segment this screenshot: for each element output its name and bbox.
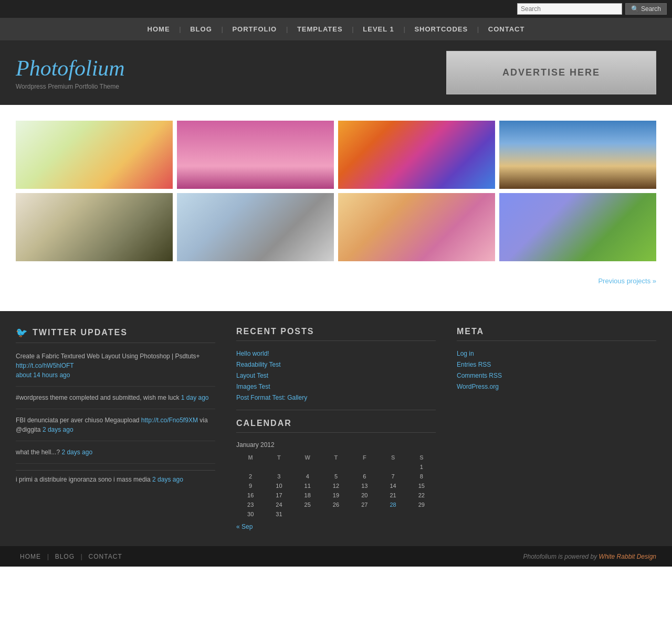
cal-row-3: 9101112131415	[236, 481, 436, 491]
tweet-3-text: FBI denunciata per aver chiuso Megauploa…	[16, 417, 141, 424]
site-header: Photofolium Wordpress Premium Portfolio …	[0, 40, 672, 105]
cal-cell: 27	[350, 500, 379, 509]
cal-cell: 2	[236, 472, 265, 481]
cal-row-4: 16171819202122	[236, 491, 436, 500]
gallery-item-dahlia[interactable]	[16, 121, 173, 189]
search-button[interactable]: 🔍 Search	[625, 3, 667, 15]
search-icon: 🔍	[631, 5, 639, 13]
footer-nav-blog[interactable]: BLOG	[51, 553, 79, 560]
meta-list: Log in Entries RSS Comments RSS WordPres…	[457, 349, 656, 390]
nav-contact[interactable]: CONTACT	[481, 25, 532, 33]
post-item-4: Images Test	[236, 382, 436, 390]
post-link-3[interactable]: Layout Test	[236, 372, 268, 379]
twitter-title-text: TWITTER UPDATES	[33, 328, 128, 337]
meta-link-comments[interactable]: Comments RSS	[457, 372, 502, 379]
calendar-prev-link[interactable]: « Sep	[236, 523, 253, 530]
post-link-2[interactable]: Readability Test	[236, 361, 281, 368]
cal-cell: 21	[379, 491, 407, 500]
nav-portfolio[interactable]: PORTFOLIO	[225, 25, 284, 33]
cal-cell: 10	[265, 481, 293, 491]
nav-home[interactable]: HOME	[140, 25, 177, 33]
gallery-item-glass[interactable]	[177, 121, 334, 189]
bottom-footer: HOME | BLOG | CONTACT Photofolium is pow…	[0, 546, 672, 567]
footer-sep-1: |	[47, 552, 51, 560]
cal-cell: 22	[407, 491, 436, 500]
twitter-icon: 🐦	[16, 327, 28, 338]
cal-cell: 30	[236, 509, 265, 519]
cal-cell	[407, 509, 436, 519]
tweet-1: Create a Fabric Textured Web Layout Usin…	[16, 351, 215, 387]
post-item-3: Layout Test	[236, 371, 436, 379]
cal-header-w: W	[293, 453, 322, 462]
gallery-item-bird[interactable]	[177, 193, 334, 261]
posts-calendar-sep	[236, 410, 436, 410]
post-link-5[interactable]: Post Format Test: Gallery	[236, 394, 307, 401]
cal-cell: 8	[407, 472, 436, 481]
cal-cell	[293, 509, 322, 519]
nav-shortcodes[interactable]: SHORTCODES	[407, 25, 475, 33]
cal-cell: 25	[293, 500, 322, 509]
gallery-item-insect[interactable]	[16, 193, 173, 261]
meta-title-text: META	[457, 327, 484, 336]
meta-link-entries[interactable]: Entries RSS	[457, 361, 491, 368]
calendar-nav: « Sep	[236, 523, 436, 530]
tweet-4-time: 2 days ago	[61, 449, 92, 456]
logo: Photofolium	[16, 56, 125, 81]
tweet-1-link[interactable]: http://t.co/hW5hlOFT	[16, 362, 74, 369]
footer-nav-contact[interactable]: CONTACT	[85, 553, 127, 560]
cal-header-f: F	[350, 453, 379, 462]
prev-projects-link[interactable]: Previous projects »	[598, 277, 656, 285]
nav-blog[interactable]: BLOG	[183, 25, 219, 33]
calendar-title: CALENDAR	[236, 419, 436, 433]
gallery-image-glass	[177, 121, 334, 189]
cal-cell	[265, 462, 293, 472]
meta-title: META	[457, 327, 656, 341]
cal-header-s2: S	[407, 453, 436, 462]
cal-cell: 15	[407, 481, 436, 491]
cal-cell: 11	[293, 481, 322, 491]
gallery-image-insect	[16, 193, 173, 261]
tweet-3: FBI denunciata per aver chiuso Megauploa…	[16, 415, 215, 441]
gallery-image-cupcake	[338, 193, 495, 261]
cal-cell	[293, 462, 322, 472]
gallery-image-dahlia	[16, 121, 173, 189]
powered-link[interactable]: White Rabbit Design	[599, 553, 656, 560]
cal-row-6: 3031	[236, 509, 436, 519]
gallery-image-straws	[338, 121, 495, 189]
tweet-3-link[interactable]: http://t.co/Fno5f9XM	[141, 417, 198, 424]
cal-cell: 28	[379, 500, 407, 509]
cal-cell: 5	[322, 472, 350, 481]
search-input[interactable]	[517, 3, 622, 15]
cal-cell: 12	[322, 481, 350, 491]
meta-link-wordpress[interactable]: WordPress.org	[457, 383, 499, 390]
post-link-4[interactable]: Images Test	[236, 383, 270, 390]
twitter-widget: 🐦 TWITTER UPDATES Create a Fabric Textur…	[16, 327, 215, 530]
cal-cell	[322, 509, 350, 519]
cal-cell: 24	[265, 500, 293, 509]
gallery-item-jump[interactable]	[499, 121, 656, 189]
recent-posts-title-text: RECENT POSTS	[236, 327, 314, 336]
gallery-item-cupcake[interactable]	[338, 193, 495, 261]
gallery-grid	[16, 121, 656, 261]
cal-day-28-link[interactable]: 28	[390, 502, 396, 508]
main-nav: HOME | BLOG | PORTFOLIO | TEMPLATES | LE…	[0, 18, 672, 40]
powered-by: Photofolium is powered by White Rabbit D…	[523, 553, 656, 560]
post-link-1[interactable]: Hello world!	[236, 350, 269, 357]
cal-cell: 18	[293, 491, 322, 500]
nav-sep-2: |	[221, 25, 223, 33]
advertise-banner[interactable]: ADVERTISE HERE	[446, 51, 656, 94]
nav-sep-5: |	[403, 25, 405, 33]
footer-nav-home[interactable]: HOME	[16, 553, 45, 560]
meta-link-login[interactable]: Log in	[457, 350, 474, 357]
nav-level1[interactable]: LEVEL 1	[355, 25, 402, 33]
gallery-item-asparagus[interactable]	[499, 193, 656, 261]
nav-templates[interactable]: TEMPLATES	[290, 25, 350, 33]
cal-row-1: 1	[236, 462, 436, 472]
cal-cell	[350, 462, 379, 472]
meta-item-3: Comments RSS	[457, 371, 656, 379]
footer-widgets: 🐦 TWITTER UPDATES Create a Fabric Textur…	[0, 311, 672, 546]
tweet-5: i primi a distribuire ignoranza sono i m…	[16, 475, 215, 491]
gallery-item-straws[interactable]	[338, 121, 495, 189]
nav-sep-3: |	[286, 25, 288, 33]
nav-sep-4: |	[352, 25, 353, 33]
